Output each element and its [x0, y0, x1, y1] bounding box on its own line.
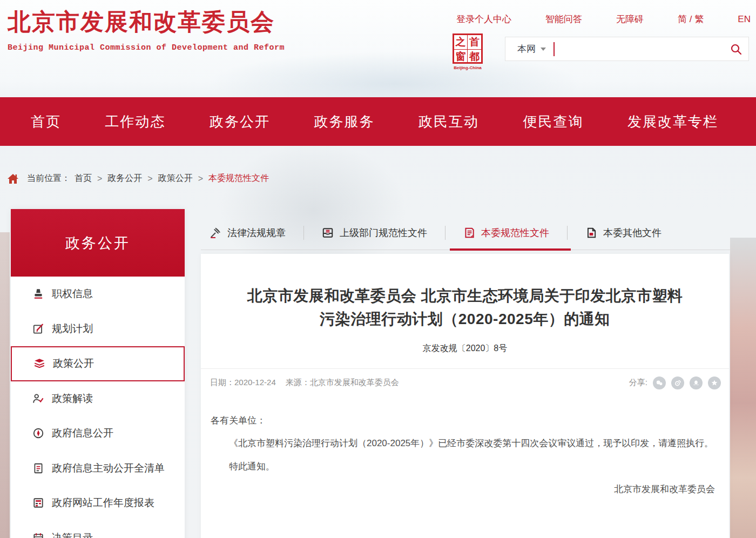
- breadcrumb-separator: >: [198, 174, 203, 184]
- report-table-icon: [32, 497, 44, 509]
- nav-item-gov-services[interactable]: 政务服务: [314, 112, 375, 131]
- breadcrumb-location-label: 当前位置：: [27, 173, 70, 184]
- share-bar: 分享:: [629, 376, 721, 389]
- seal-char: 首: [468, 35, 481, 50]
- sidebar-item-planning[interactable]: 规划计划: [11, 312, 185, 347]
- search-icon: [730, 43, 742, 56]
- nav-item-reform-special-column[interactable]: 发展改革专栏: [627, 112, 718, 131]
- share-qq-icon[interactable]: [690, 376, 703, 389]
- source-label: 来源：: [286, 378, 310, 387]
- main-nav: 首页 工作动态 政务公开 政务服务 政民互动 便民查询 发展改革专栏: [0, 97, 756, 146]
- sidebar-title: 政务公开: [11, 209, 185, 277]
- tab-label: 本委其他文件: [603, 226, 662, 239]
- search-scope-dropdown[interactable]: 本网: [505, 43, 554, 55]
- breadcrumb-separator: >: [147, 174, 152, 184]
- main-content: 法律法规规章 上级部门规范性文件 本委规范性文件 本: [201, 217, 756, 248]
- nav-item-gov-disclosure[interactable]: 政务公开: [210, 112, 270, 131]
- seal-char: 都: [468, 50, 481, 64]
- seal-char: 之: [454, 35, 468, 50]
- breadcrumb-current-page[interactable]: 本委规范性文件: [208, 173, 269, 184]
- share-weibo-icon[interactable]: [671, 376, 684, 389]
- search-button[interactable]: [724, 37, 748, 60]
- article-panel: 北京市发展和改革委员会 北京市生态环境局关于印发北京市塑料 污染治理行动计划（2…: [201, 254, 729, 538]
- share-label: 分享:: [629, 378, 647, 388]
- home-icon[interactable]: [8, 174, 18, 184]
- sidebar-item-label: 职权信息: [52, 287, 93, 301]
- article-body: 各有关单位： 《北京市塑料污染治理行动计划（2020-2025年）》已经市委深改…: [201, 389, 729, 500]
- edit-plan-icon: [32, 323, 44, 335]
- document-red-icon: [463, 227, 475, 239]
- sidebar-item-gov-info-disclosure[interactable]: 政府信息公开: [11, 416, 185, 451]
- article-meta-left: 日期：2020-12-24来源：北京市发展和改革委员会: [210, 378, 399, 388]
- tab-committee-normative-documents[interactable]: 本委规范性文件: [463, 226, 549, 239]
- link-english[interactable]: EN: [738, 14, 751, 25]
- beijing-china-seal-logo[interactable]: 之 首 窗 都 Beijing-China: [451, 33, 484, 70]
- sidebar-item-proactive-disclosure-list[interactable]: 政府信息主动公开全清单: [11, 451, 185, 486]
- document-list-icon: [32, 462, 44, 474]
- sidebar-item-policy-interpretation[interactable]: 政策解读: [11, 381, 185, 416]
- sidebar-item-label: 政府信息主动公开全清单: [52, 461, 165, 475]
- tab-divider: [303, 226, 304, 240]
- sidebar-item-decision-catalog[interactable]: 决策目录: [11, 521, 185, 538]
- stamp-icon: [32, 288, 44, 300]
- share-wechat-icon[interactable]: [653, 376, 666, 389]
- link-accessibility[interactable]: 无障碍: [616, 13, 644, 25]
- background-right-photo-edge: [730, 238, 756, 538]
- nav-item-work-updates[interactable]: 工作动态: [105, 112, 166, 131]
- sidebar-item-label: 政府网站工作年度报表: [52, 496, 154, 510]
- tab-label: 本委规范性文件: [481, 226, 549, 239]
- sidebar-item-label: 政策公开: [53, 357, 94, 371]
- page: 北京市发展和改革委员会 Beijing Municipal Commission…: [0, 0, 756, 538]
- calendar-icon: [32, 532, 44, 538]
- link-smart-qa[interactable]: 智能问答: [545, 13, 582, 25]
- chevron-down-icon: [541, 48, 546, 51]
- article-signature: 北京市发展和改革委员会: [211, 480, 715, 500]
- article-meta: 日期：2020-12-24来源：北京市发展和改革委员会 分享:: [201, 369, 729, 389]
- breadcrumb-gov-disclosure[interactable]: 政务公开: [107, 173, 142, 184]
- share-favorite-star-icon[interactable]: [708, 376, 721, 389]
- article-paragraph: 特此通知。: [211, 457, 715, 477]
- breadcrumb-policy-disclosure[interactable]: 政策公开: [158, 173, 193, 184]
- link-login-personal-center[interactable]: 登录个人中心: [456, 13, 511, 25]
- site-subtitle: Beijing Municipal Commission of Developm…: [8, 43, 285, 52]
- nav-item-public-interaction[interactable]: 政民互动: [418, 112, 479, 131]
- search-scope-label: 本网: [517, 43, 536, 55]
- document-category-tabs: 法律法规规章 上级部门规范性文件 本委规范性文件 本: [201, 217, 756, 248]
- breadcrumb: 当前位置： 首页 > 政务公开 > 政策公开 > 本委规范性文件: [8, 173, 269, 184]
- nav-item-home[interactable]: 首页: [31, 112, 61, 131]
- article-salutation: 各有关单位：: [211, 411, 715, 431]
- sidebar-item-annual-report[interactable]: 政府网站工作年度报表: [11, 486, 185, 521]
- tab-committee-other-documents[interactable]: 本委其他文件: [585, 226, 662, 239]
- active-tab-underline: [450, 248, 571, 251]
- article-title-line: 污染治理行动计划（2020-2025年）的通知: [217, 307, 713, 331]
- date-label: 日期：: [210, 378, 234, 387]
- breadcrumb-home[interactable]: 首页: [75, 173, 92, 184]
- background-left-photo-edge: [0, 232, 10, 538]
- sidebar: 政务公开 职权信息 规划计划 政策公开: [11, 209, 185, 538]
- article-title-line: 北京市发展和改革委员会 北京市生态环境局关于印发北京市塑料: [217, 284, 713, 307]
- document-number: 京发改规〔2020〕8号: [201, 343, 729, 354]
- layers-icon: [33, 358, 45, 369]
- text-cursor: [554, 42, 555, 56]
- sidebar-menu: 职权信息 规划计划 政策公开 政策解读: [11, 277, 185, 538]
- article-date: 2020-12-24: [234, 378, 276, 387]
- sidebar-item-label: 政策解读: [52, 392, 93, 406]
- sidebar-item-duty-info[interactable]: 职权信息: [11, 277, 185, 312]
- seal-char: 窗: [454, 50, 468, 64]
- sidebar-item-label: 政府信息公开: [52, 426, 113, 440]
- inbox-icon: [322, 227, 334, 239]
- search-input[interactable]: [559, 37, 724, 60]
- article-source: 北京市发展和改革委员会: [310, 378, 399, 387]
- nav-item-convenience-query[interactable]: 便民查询: [523, 112, 584, 131]
- sidebar-item-policy-disclosure[interactable]: 政策公开: [11, 346, 185, 381]
- sidebar-item-label: 决策目录: [52, 531, 93, 538]
- breadcrumb-separator: >: [97, 174, 102, 184]
- tab-laws-regulations[interactable]: 法律法规规章: [210, 226, 286, 239]
- sidebar-item-label: 规划计划: [52, 322, 93, 336]
- file-icon: [585, 227, 597, 239]
- compass-icon: [32, 427, 44, 439]
- link-simplified-traditional[interactable]: 简 / 繁: [678, 13, 704, 25]
- tab-superior-normative-documents[interactable]: 上级部门规范性文件: [322, 226, 427, 239]
- site-title: 北京市发展和改革委员会: [8, 6, 285, 38]
- site-logo[interactable]: 北京市发展和改革委员会 Beijing Municipal Commission…: [8, 6, 285, 52]
